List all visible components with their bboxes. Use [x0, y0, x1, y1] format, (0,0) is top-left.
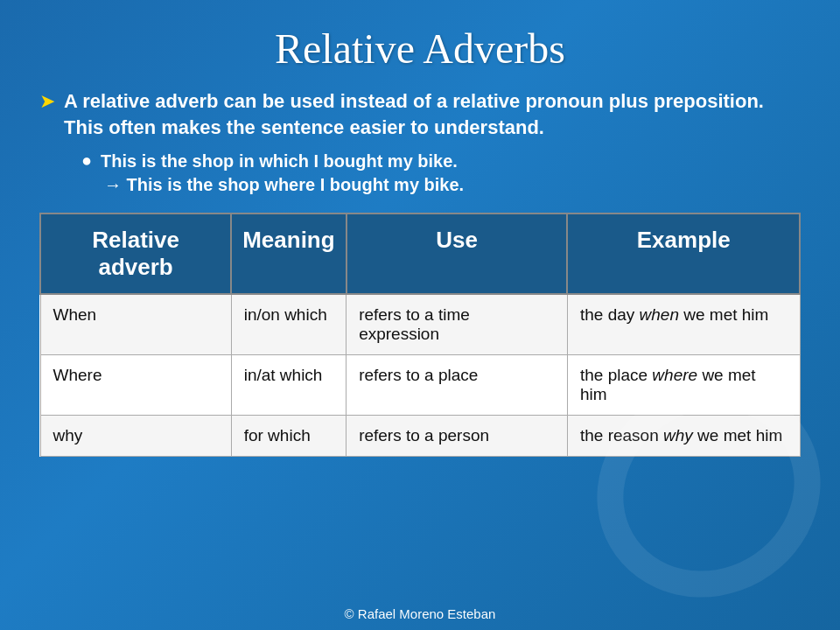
sub-dot-icon: ●	[81, 150, 92, 171]
col-header-adverb: Relative adverb	[40, 214, 231, 294]
col-header-use: Use	[346, 214, 568, 294]
intro-section: ➤ A relative adverb can be used instead …	[39, 88, 801, 195]
col-header-meaning: Meaning	[231, 214, 346, 294]
page-title: Relative Adverbs	[275, 24, 565, 73]
sub-example-1: This is the shop in which I bought my bi…	[101, 149, 458, 173]
sub-bullet-section: ● This is the shop in which I bought my …	[81, 149, 801, 195]
table-row: Whenin/on whichrefers to a time expressi…	[40, 294, 800, 355]
table-wrapper: Relative adverb Meaning Use Example When…	[39, 213, 801, 457]
relative-adverbs-table: Relative adverb Meaning Use Example When…	[39, 213, 801, 457]
cell-example: the day when we met him	[567, 294, 800, 355]
cell-meaning: in/at which	[231, 355, 346, 416]
cell-adverb: Where	[40, 355, 231, 416]
cell-example: the place where we met him	[567, 355, 800, 416]
col-header-example: Example	[567, 214, 800, 294]
footer-copyright: © Rafael Moreno Esteban	[345, 606, 496, 621]
arrow-line: → This is the shop where I bought my bik…	[104, 175, 801, 195]
cell-use: refers to a person	[346, 416, 568, 457]
cell-meaning: for which	[231, 416, 346, 457]
cell-use: refers to a place	[346, 355, 568, 416]
cell-meaning: in/on which	[231, 294, 346, 355]
cell-adverb: When	[40, 294, 231, 355]
cell-adverb: why	[40, 416, 231, 457]
table-row: whyfor whichrefers to a personthe reason…	[40, 416, 800, 457]
table-row: Wherein/at whichrefers to a placethe pla…	[40, 355, 800, 416]
main-bullet: ➤ A relative adverb can be used instead …	[39, 88, 801, 140]
table-header-row: Relative adverb Meaning Use Example	[40, 214, 800, 294]
cell-example: the reason why we met him	[567, 416, 800, 457]
cell-use: refers to a time expression	[346, 294, 568, 355]
sub-bullet-item: ● This is the shop in which I bought my …	[81, 149, 801, 173]
bullet-arrow-icon: ➤	[39, 90, 55, 113]
main-bullet-text: A relative adverb can be used instead of…	[64, 88, 801, 140]
